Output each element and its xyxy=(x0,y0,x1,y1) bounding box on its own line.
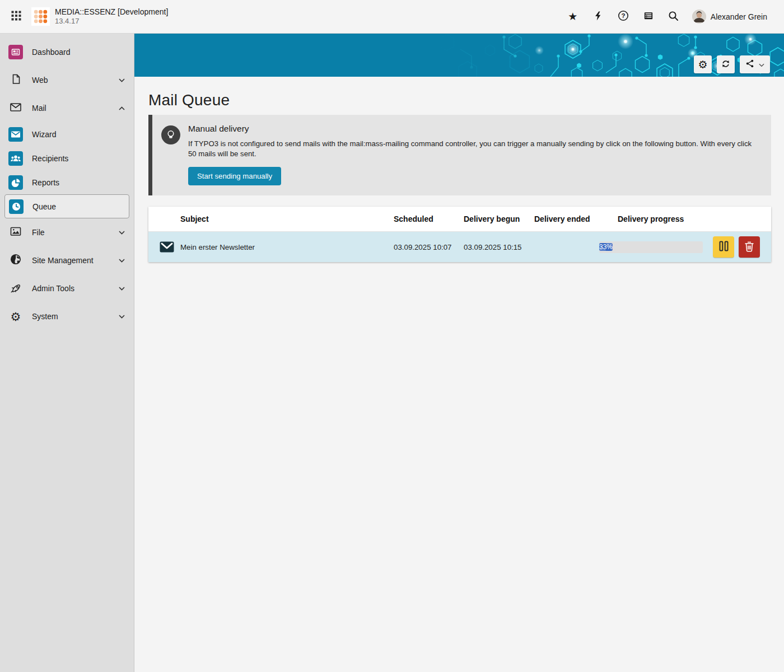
topbar-toolbar: ★ ? xyxy=(566,10,767,24)
column-header-scheduled: Scheduled xyxy=(394,214,433,223)
chevron-down-icon xyxy=(119,315,125,319)
clock-icon xyxy=(9,199,24,214)
clear-cache-button[interactable] xyxy=(591,10,605,24)
sidebar-label: Reports xyxy=(32,178,59,187)
chevron-down-icon xyxy=(119,78,125,82)
module-content: ⚙ xyxy=(134,34,784,672)
image-icon xyxy=(10,225,22,240)
sidebar-label: Admin Tools xyxy=(32,284,74,293)
sidebar-item-dashboard[interactable]: Dashboard xyxy=(0,38,134,66)
svg-text:?: ? xyxy=(621,12,625,19)
pause-delivery-button[interactable] xyxy=(713,236,734,258)
search-icon xyxy=(668,11,679,23)
sidebar-item-mail[interactable]: Mail xyxy=(0,94,134,122)
sidebar-label: Web xyxy=(32,76,48,85)
docheader-buttons: ⚙ xyxy=(694,55,770,73)
sidebar-item-wizard[interactable]: Wizard xyxy=(0,122,134,146)
sidebar-label: Recipients xyxy=(32,154,68,163)
sidebar-label: Site Management xyxy=(32,256,94,265)
app-titles: MEDIA::ESSENZ [Development] 13.4.17 xyxy=(55,7,168,26)
module-docheader: ⚙ xyxy=(134,34,784,77)
sidebar-label: Dashboard xyxy=(32,48,71,57)
cell-subject: Mein erster Newsletter xyxy=(180,243,255,251)
sidebar-label: Wizard xyxy=(32,130,57,139)
dashboard-icon xyxy=(8,45,23,59)
sidebar-item-queue[interactable]: Queue xyxy=(4,194,129,218)
chevron-down-icon xyxy=(759,60,764,69)
sidebar-item-admin-tools[interactable]: Admin Tools xyxy=(0,274,134,302)
sidebar-item-system[interactable]: ⚙ System xyxy=(0,302,134,330)
sidebar-item-file[interactable]: File xyxy=(0,218,134,246)
table-header-row: Subject Scheduled Delivery begun Deliver… xyxy=(148,207,771,231)
sidebar-label: System xyxy=(32,312,58,321)
manual-delivery-callout: Manual delivery If TYPO3 is not configur… xyxy=(148,115,771,195)
sidebar-item-web[interactable]: Web xyxy=(0,66,134,94)
user-name: Alexander Grein xyxy=(711,12,767,21)
recipients-people-icon xyxy=(8,151,23,166)
chevron-up-icon xyxy=(119,106,125,110)
start-sending-button[interactable]: Start sending manually xyxy=(188,167,281,185)
chevron-down-icon xyxy=(119,287,125,291)
mail-queue-table: Subject Scheduled Delivery begun Deliver… xyxy=(148,207,771,262)
document-icon xyxy=(10,73,22,87)
delivery-progress-fill: 33% xyxy=(599,243,613,251)
envelope-outline-icon xyxy=(9,100,22,116)
module-sidebar: Dashboard Web Mail xyxy=(0,34,134,672)
share-icon xyxy=(745,59,754,70)
pie-chart-icon xyxy=(8,175,23,190)
avatar xyxy=(692,10,706,24)
app-title: MEDIA::ESSENZ [Development] xyxy=(55,7,168,17)
column-header-delivery-begun: Delivery begun xyxy=(464,214,520,223)
trash-icon xyxy=(744,240,755,254)
star-icon: ★ xyxy=(568,11,577,22)
sidebar-item-site-management[interactable]: Site Management xyxy=(0,246,134,274)
globe-icon xyxy=(10,253,22,268)
system-log-button[interactable] xyxy=(642,10,655,24)
delete-mail-button[interactable] xyxy=(739,236,760,258)
help-icon: ? xyxy=(618,10,629,23)
topbar: MEDIA::ESSENZ [Development] 13.4.17 ★ ? xyxy=(0,0,784,34)
reload-button[interactable] xyxy=(717,55,735,73)
search-button[interactable] xyxy=(667,10,680,24)
lightbulb-icon xyxy=(161,125,180,147)
brand-logo xyxy=(31,7,50,26)
table-row: Mein erster Newsletter 03.09.2025 10:07 … xyxy=(148,231,771,262)
callout-body: If TYPO3 is not configured to send mails… xyxy=(188,139,760,158)
bolt-icon xyxy=(594,11,602,23)
cell-delivery-begun: 03.09.2025 10:15 xyxy=(464,243,522,251)
page-title: Mail Queue xyxy=(148,91,771,109)
callout-title: Manual delivery xyxy=(188,124,760,134)
gear-icon: ⚙ xyxy=(698,59,707,70)
bookmarks-button[interactable]: ★ xyxy=(566,10,580,24)
user-menu[interactable]: Alexander Grein xyxy=(692,10,767,24)
delivery-progress-bar: 33% xyxy=(599,241,703,253)
gear-icon: ⚙ xyxy=(11,311,21,323)
module-menu-button[interactable] xyxy=(9,10,24,24)
settings-button[interactable]: ⚙ xyxy=(694,55,712,73)
sidebar-item-reports[interactable]: Reports xyxy=(0,170,134,194)
sidebar-label: Mail xyxy=(32,104,46,113)
refresh-icon xyxy=(721,59,731,71)
chevron-down-icon xyxy=(119,259,125,263)
cell-scheduled: 03.09.2025 10:07 xyxy=(394,243,452,251)
callout-content: Manual delivery If TYPO3 is not configur… xyxy=(188,124,760,185)
list-log-icon xyxy=(643,10,654,23)
sidebar-label: Queue xyxy=(32,202,56,211)
column-header-delivery-ended: Delivery ended xyxy=(534,214,590,223)
envelope-icon xyxy=(160,241,174,253)
share-dropdown-button[interactable] xyxy=(740,55,770,73)
help-button[interactable]: ? xyxy=(617,10,630,24)
column-header-delivery-progress: Delivery progress xyxy=(618,214,684,223)
mail-wizard-icon xyxy=(8,127,23,142)
sidebar-label: File xyxy=(32,228,45,237)
app-version: 13.4.17 xyxy=(55,17,168,26)
module-menu-grid-icon xyxy=(11,11,21,22)
rocket-icon xyxy=(10,281,22,296)
pause-icon xyxy=(719,241,729,253)
column-header-subject: Subject xyxy=(180,214,209,223)
sidebar-item-recipients[interactable]: Recipients xyxy=(0,146,134,170)
chevron-down-icon xyxy=(119,231,125,235)
